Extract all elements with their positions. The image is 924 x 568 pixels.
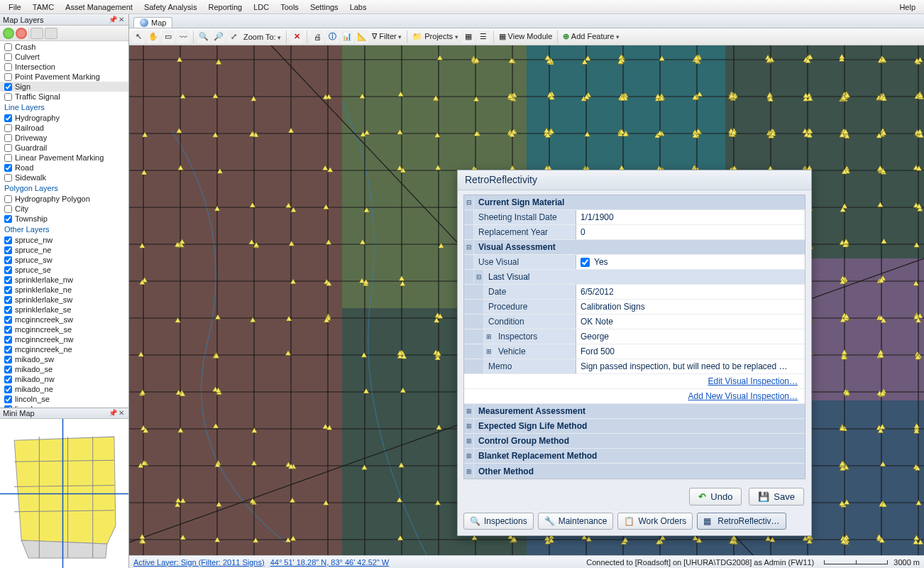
expand-icon[interactable]: ⊞	[464, 404, 474, 418]
field-value[interactable]: OK Note	[576, 315, 805, 329]
layer-tool-1[interactable]	[31, 28, 43, 39]
layer-row[interactable]: Driveway	[0, 133, 128, 143]
layer-checkbox[interactable]	[4, 395, 12, 403]
layer-row[interactable]: Hydrography	[0, 113, 128, 123]
save-button[interactable]: 💾Save	[749, 488, 804, 506]
layer-checkbox[interactable]	[4, 53, 12, 61]
close-icon[interactable]: ✕	[119, 16, 126, 23]
menu-tamc[interactable]: TAMC	[27, 1, 60, 13]
layer-checkbox[interactable]	[4, 174, 12, 182]
menu-help[interactable]: Help	[893, 1, 921, 13]
layer-checkbox[interactable]	[4, 326, 12, 334]
list-button[interactable]: ☰	[477, 31, 490, 43]
layer-checkbox[interactable]	[4, 356, 12, 364]
layers-list[interactable]: CrashCulvertIntersectionPoint Pavement M…	[0, 41, 128, 408]
collapse-icon[interactable]: ⊟	[464, 240, 474, 254]
layer-row[interactable]: spruce_sw	[0, 255, 128, 265]
coordinates-link[interactable]: 44° 51' 18.28" N, 83° 46' 42.52" W	[270, 558, 390, 567]
filter-dropdown[interactable]: ∇ Filter	[370, 32, 403, 41]
lasso-tool[interactable]: 〰	[177, 31, 189, 43]
clear-button[interactable]: ✕	[290, 31, 303, 43]
layer-row[interactable]: Crash	[0, 42, 128, 52]
section-visual-assessment[interactable]: Visual Assessment	[474, 240, 805, 254]
layer-row[interactable]: mikado_ne	[0, 384, 128, 394]
field-value[interactable]: Sign passed inspection, but will need to…	[576, 359, 805, 373]
layer-checkbox[interactable]	[4, 386, 12, 393]
add-layer-button[interactable]	[3, 28, 14, 39]
layer-row[interactable]: sprinklerlake_sw	[0, 295, 128, 305]
map-canvas[interactable]: RetroReflectivity ⊟Current Sign Material…	[129, 45, 924, 555]
expand-icon[interactable]: ⊞	[464, 464, 474, 479]
layer-checkbox[interactable]	[4, 63, 12, 71]
field-value[interactable]: 0	[576, 225, 805, 239]
active-layer-link[interactable]: Active Layer: Sign (Filter: 2011 Signs)	[133, 558, 265, 567]
layer-checkbox[interactable]	[4, 114, 12, 122]
section-last-visual[interactable]: Last Visual	[484, 270, 805, 284]
layer-row[interactable]: mikado_sw	[0, 354, 128, 364]
expand-icon[interactable]: ⊞	[484, 329, 494, 344]
section-measurement[interactable]: Measurement Assessment	[474, 404, 805, 418]
layer-checkbox[interactable]	[4, 236, 12, 244]
layer-checkbox[interactable]	[4, 256, 12, 264]
layer-row[interactable]: Road	[0, 163, 128, 173]
layer-row[interactable]: mikado_se	[0, 364, 128, 374]
field-value[interactable]: Yes	[576, 255, 805, 269]
select-tool[interactable]: ▭	[162, 31, 175, 43]
layer-row[interactable]: spruce_ne	[0, 245, 128, 255]
tab-maintenance[interactable]: 🔧Maintenance	[538, 513, 614, 530]
pointer-tool[interactable]: ↖	[132, 31, 145, 43]
layer-checkbox[interactable]	[4, 266, 12, 274]
tab-map[interactable]: Map	[133, 17, 172, 28]
remove-layer-button[interactable]	[16, 28, 27, 39]
layer-row[interactable]: spruce_se	[0, 265, 128, 275]
use-visual-checkbox[interactable]	[581, 258, 590, 267]
layer-row[interactable]: lincoln_se	[0, 394, 128, 404]
layer-row[interactable]: Traffic Signal	[0, 92, 128, 102]
zoom-out-button[interactable]: 🔎	[212, 31, 225, 43]
layer-tool-2[interactable]	[45, 28, 57, 39]
edit-visual-inspection-link[interactable]: Edit Visual Inspection…	[464, 374, 805, 388]
menu-ldc[interactable]: LDC	[248, 1, 275, 13]
section-expected-life[interactable]: Expected Sign Life Method	[474, 419, 805, 433]
field-value[interactable]: Ford 500	[576, 344, 805, 359]
layer-row[interactable]: sprinklerlake_ne	[0, 285, 128, 295]
layer-row[interactable]: mcginncreek_se	[0, 324, 128, 334]
zoom-in-button[interactable]: 🔍	[197, 31, 210, 43]
zoom-extent-button[interactable]: ⤢	[227, 31, 240, 43]
expand-icon[interactable]: ⊞	[464, 419, 474, 433]
layer-checkbox[interactable]	[4, 366, 12, 373]
section-control-group[interactable]: Control Group Method	[474, 434, 805, 448]
layer-checkbox[interactable]	[4, 276, 12, 284]
layer-row[interactable]: Sidewalk	[0, 173, 128, 182]
layer-checkbox[interactable]	[4, 316, 12, 324]
view-module-button[interactable]: ▦ View Module	[497, 32, 554, 41]
layer-row[interactable]: Sign	[0, 82, 128, 92]
layer-row[interactable]: Township	[0, 214, 128, 224]
tab-work-orders[interactable]: 📋Work Orders	[617, 513, 693, 530]
menu-safety-analysis[interactable]: Safety Analysis	[138, 1, 203, 13]
layer-checkbox[interactable]	[4, 205, 12, 213]
layer-checkbox[interactable]	[4, 154, 12, 162]
tab-retroreflectivity[interactable]: ▦RetroReflectiv…	[697, 513, 786, 530]
collapse-icon[interactable]: ⊟	[474, 270, 484, 284]
add-feature-dropdown[interactable]: ⊕ Add Feature	[561, 32, 621, 41]
projects-dropdown[interactable]: 📁 Projects	[411, 32, 459, 41]
menu-labs[interactable]: Labs	[344, 1, 373, 13]
layer-row[interactable]: mcginncreek_sw	[0, 315, 128, 324]
add-visual-inspection-link[interactable]: Add New Visual Inspection…	[464, 389, 805, 403]
layer-row[interactable]: City	[0, 204, 128, 214]
menu-tools[interactable]: Tools	[275, 1, 304, 13]
layer-checkbox[interactable]	[4, 306, 12, 314]
layer-checkbox[interactable]	[4, 134, 12, 142]
layer-checkbox[interactable]	[4, 144, 12, 152]
menu-reporting[interactable]: Reporting	[202, 1, 248, 13]
layer-checkbox[interactable]	[4, 73, 12, 81]
layer-checkbox[interactable]	[4, 83, 12, 91]
close-icon[interactable]: ✕	[119, 410, 126, 417]
layer-checkbox[interactable]	[4, 124, 12, 132]
layer-row[interactable]: Guardrail	[0, 143, 128, 153]
menu-file[interactable]: File	[3, 1, 27, 13]
pin-icon[interactable]: 📌	[109, 16, 116, 23]
undo-button[interactable]: ↶Undo	[689, 488, 742, 506]
section-blanket[interactable]: Blanket Replacement Method	[474, 449, 805, 463]
